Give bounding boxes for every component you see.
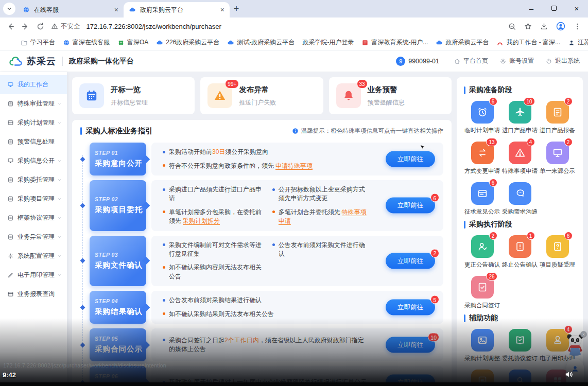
guideline: 公告发布前须对采购文件进行确认 bbox=[272, 241, 367, 259]
tile-special-matter-apply[interactable]: 4特殊事项申请 bbox=[501, 142, 538, 175]
tile-single-source-publicity[interactable]: 2单一来源公示 bbox=[539, 142, 576, 175]
guideline: 如不确认采购结果则无法发布相关公告 bbox=[163, 310, 367, 319]
platform-home-link[interactable]: 平台首页 bbox=[454, 57, 488, 65]
video-bottom-bar bbox=[0, 382, 588, 386]
folder-icon bbox=[21, 39, 28, 46]
bookmark-fushen-oa[interactable]: 富深OA bbox=[117, 38, 148, 47]
minimize-button[interactable]: – bbox=[520, 0, 543, 16]
sidebar-item-eseal-management[interactable]: 电子用印管理 bbox=[0, 266, 67, 285]
go-now-button[interactable]: 立即前往2 bbox=[386, 253, 435, 269]
tile-plan-adjust[interactable]: 采购计划调整 bbox=[464, 329, 500, 362]
bookmark-edu-system[interactable]: 富深教育系统-用户... bbox=[361, 38, 428, 47]
sidebar-item-workbench[interactable]: 我的工作台 bbox=[0, 75, 67, 94]
tile-badge: 1 bbox=[527, 232, 535, 240]
go-now-button[interactable]: 立即前往 bbox=[386, 151, 435, 167]
tile-badge: 4 bbox=[527, 138, 535, 146]
step-tag: STEP 05采购合同公示 bbox=[90, 328, 146, 361]
card-title: 发布异常 bbox=[239, 85, 276, 95]
tile-method-change-apply[interactable]: 13方式变更申请 bbox=[464, 142, 500, 175]
doc-icon bbox=[7, 100, 14, 107]
sidebar-item-special-approval[interactable]: 特殊审批管理 bbox=[0, 94, 67, 113]
tile-import-product-apply[interactable]: 10进口产品申请 bbox=[501, 101, 538, 134]
step-tag: STEP 04采购结果确认 bbox=[90, 291, 146, 324]
bookmark-procurement-cloud[interactable]: 政府采购云平台 bbox=[436, 38, 489, 47]
globe-icon bbox=[23, 6, 30, 13]
sidebar-item-report-query[interactable]: 业务报表查询 bbox=[0, 285, 67, 304]
security-chip[interactable]: 不安全 bbox=[51, 22, 80, 31]
bookmark-learning-platform[interactable]: 学习平台 bbox=[21, 38, 55, 47]
tile-demand-communication[interactable]: 采购需求沟通 bbox=[501, 182, 538, 216]
close-window-button[interactable]: × bbox=[565, 0, 588, 16]
button-badge: 6 bbox=[430, 194, 439, 202]
guideline: 如不确认采购内容则无法发布相关公告 bbox=[163, 263, 265, 281]
close-icon[interactable]: × bbox=[580, 331, 587, 338]
bookmark-jiangsu-gov[interactable]: 江苏政府采购网 bbox=[568, 38, 588, 47]
forward-icon[interactable] bbox=[21, 22, 30, 31]
tile-temp-plan-apply[interactable]: 6临时计划申请 bbox=[464, 101, 500, 134]
doc-icon bbox=[7, 177, 14, 183]
doc-icon bbox=[7, 234, 14, 240]
sidebar-item-warning-info[interactable]: 预警信息处理 bbox=[0, 132, 67, 151]
globe-icon bbox=[63, 39, 70, 46]
tile-contract-sign[interactable]: 26采购合同签订 bbox=[464, 276, 500, 309]
guideline: 符合不公开采购意向政策条件的，须先申请特殊事项 bbox=[163, 162, 367, 170]
profile-avatar-icon[interactable] bbox=[556, 21, 566, 31]
url-input[interactable]: 172.16.7.226:8002/jszc/workbench/purchas… bbox=[87, 23, 502, 30]
guide-title: 采购人标准业务指引 bbox=[80, 126, 153, 136]
browser-tab-online-service[interactable]: 在线客服 × bbox=[18, 2, 124, 17]
card-business-warning[interactable]: 33 业务预警预警提醒信息 bbox=[329, 77, 452, 114]
sidebar-item-business-exception[interactable]: 业务异常管理 bbox=[0, 227, 67, 247]
close-icon[interactable]: × bbox=[114, 6, 118, 13]
back-icon[interactable] bbox=[6, 22, 15, 31]
volume-icon[interactable] bbox=[564, 370, 574, 379]
go-now-button[interactable]: 立即前往6 bbox=[386, 198, 435, 214]
apply-special-matter-link[interactable]: 申请特殊事项 bbox=[275, 162, 313, 169]
go-now-button[interactable]: 立即前往10 bbox=[386, 337, 435, 353]
tab-search-icon[interactable] bbox=[3, 3, 15, 15]
tile-import-product-report[interactable]: 2进口产品报备 bbox=[539, 101, 576, 134]
zoom-out-icon[interactable] bbox=[508, 22, 516, 31]
doc-alert-icon bbox=[514, 241, 526, 252]
browser-tab-procurement-cloud[interactable]: 政府采购云平台 × bbox=[124, 2, 230, 17]
sidebar-item-system-config[interactable]: 系统配置管理 bbox=[0, 247, 67, 266]
cloud-icon bbox=[227, 39, 234, 46]
monitor-icon bbox=[552, 147, 563, 159]
sidebar-item-delegation-management[interactable]: 采购委托管理 bbox=[0, 170, 67, 189]
go-now-button[interactable]: 立即前往5 bbox=[386, 300, 435, 315]
table-icon bbox=[7, 119, 14, 126]
card-bid-opening[interactable]: 开标一览开标信息管理 bbox=[72, 77, 195, 114]
browser-menu-icon[interactable] bbox=[573, 22, 582, 31]
tile-correction-notice-confirm[interactable]: 2更正公告确认 bbox=[464, 235, 500, 269]
card-publish-exception[interactable]: 99+ 发布异常推送门户失败 bbox=[200, 77, 323, 114]
close-icon[interactable]: × bbox=[220, 6, 224, 13]
bookmark-test-cloud[interactable]: 测试-政府采购云平台 bbox=[227, 38, 295, 47]
tile-opinion-solicitation[interactable]: 6征求意见公示 bbox=[464, 182, 500, 216]
card-badge: 33 bbox=[357, 80, 367, 88]
tile-agreement-sign[interactable]: 委托协议签订 bbox=[501, 329, 538, 362]
tile-termination-notice-confirm[interactable]: 1终止公告确认 bbox=[501, 235, 538, 269]
sidebar-item-project-management[interactable]: 采购项目管理 bbox=[0, 189, 67, 208]
sidebar-item-info-disclosure[interactable]: 采购信息公开 bbox=[0, 151, 67, 170]
guideline: 采购合同签订之日起2个工作日内，须在省级以上人民政府财政部门指定的媒体上公告 bbox=[163, 336, 367, 354]
bookmark-my-workbench[interactable]: 我的工作台 - 富深... bbox=[496, 38, 560, 47]
section-title-auxiliary: 辅助功能 bbox=[464, 313, 576, 323]
bookmarks-bar: 学习平台 富深在线客服 富深OA 226政府采购云平台 测试-政府采购云平台 政… bbox=[0, 35, 588, 50]
sidebar-item-framework-agreement[interactable]: 框架协议管理 bbox=[0, 208, 67, 227]
maximize-button[interactable] bbox=[543, 0, 565, 16]
new-tab-button[interactable]: + bbox=[230, 2, 243, 15]
reload-icon[interactable] bbox=[36, 22, 45, 31]
bookmark-star-icon[interactable] bbox=[524, 22, 532, 31]
bookmark-fushen-service[interactable]: 富深在线客服 bbox=[63, 38, 110, 47]
logout-link[interactable]: 退出系统 bbox=[545, 57, 580, 65]
bookmark-226-cloud[interactable]: 226政府采购云平台 bbox=[156, 38, 219, 47]
plan-split-link[interactable]: 采购计划拆分 bbox=[183, 217, 220, 224]
account-settings-link[interactable]: 账号设置 bbox=[499, 57, 534, 65]
gear-icon bbox=[499, 58, 507, 65]
notification-badge[interactable]: 9 bbox=[396, 57, 405, 66]
sidebar-item-plan-management[interactable]: 采购计划管理 bbox=[0, 113, 67, 132]
download-icon[interactable] bbox=[540, 22, 548, 31]
tile-project-query-accept[interactable]: 6项目质疑受理 bbox=[539, 235, 576, 269]
bookmark-academy-login[interactable]: 政采学院-用户登录 bbox=[302, 38, 354, 47]
swap-arrows-icon bbox=[477, 147, 488, 159]
main-area: 我的工作台 特殊审批管理 采购计划管理 预警信息处理 采购信息公开 采购委托管理… bbox=[0, 72, 588, 386]
